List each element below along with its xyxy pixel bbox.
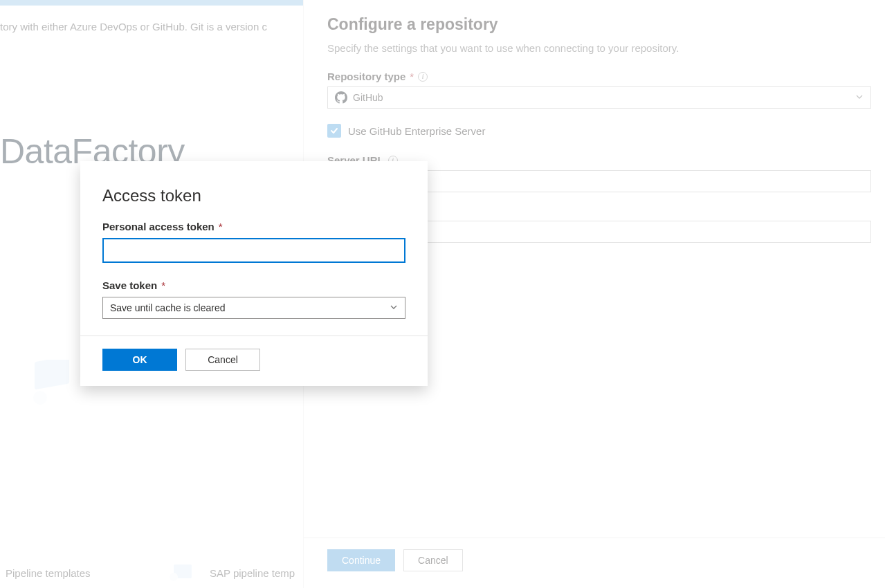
dialog-footer: OK Cancel	[80, 336, 428, 386]
save-token-value: Save until cache is cleared	[110, 302, 226, 313]
bg-card-illustration	[28, 360, 83, 408]
personal-access-token-label: Personal access token *	[102, 221, 405, 232]
repository-type-label-text: Repository type	[327, 71, 405, 82]
repository-type-select[interactable]: GitHub	[327, 86, 871, 109]
continue-button[interactable]: Continue	[327, 549, 395, 571]
bg-small-illustration	[168, 562, 196, 582]
dialog-title: Access token	[102, 186, 405, 205]
cancel-button[interactable]: Cancel	[403, 549, 463, 571]
chevron-down-icon	[390, 302, 398, 313]
ok-button[interactable]: OK	[102, 349, 177, 371]
panel-title: Configure a repository	[327, 15, 871, 34]
use-ghes-label: Use GitHub Enterprise Server	[348, 125, 485, 137]
personal-access-token-label-text: Personal access token	[102, 221, 215, 232]
repository-type-value: GitHub	[353, 92, 383, 103]
use-ghes-checkbox-row[interactable]: Use GitHub Enterprise Server	[327, 124, 871, 138]
personal-access-token-input[interactable]	[102, 238, 405, 263]
chevron-down-icon	[855, 92, 864, 103]
svg-rect-0	[35, 360, 69, 389]
pipeline-templates-label: Pipeline templates	[6, 567, 91, 579]
panel-footer: Continue Cancel	[304, 538, 885, 588]
svg-point-1	[33, 391, 47, 405]
info-icon[interactable]: i	[418, 72, 428, 82]
github-icon	[335, 91, 347, 104]
save-token-label-text: Save token	[102, 279, 157, 291]
svg-point-3	[170, 573, 178, 581]
required-star: *	[161, 279, 165, 291]
sap-pipeline-templates-label: SAP pipeline temp	[210, 567, 295, 579]
repository-type-label: Repository type * i	[327, 71, 871, 82]
save-token-label: Save token *	[102, 279, 405, 291]
access-token-dialog: Access token Personal access token * Sav…	[80, 161, 428, 386]
bg-description-text: tory with either Azure DevOps or GitHub.…	[0, 21, 267, 33]
required-star: *	[219, 221, 223, 232]
cancel-button[interactable]: Cancel	[185, 349, 260, 371]
checkbox-checked[interactable]	[327, 124, 341, 138]
panel-subtitle: Specify the settings that you want to us…	[327, 42, 871, 54]
save-token-select[interactable]: Save until cache is cleared	[102, 297, 405, 319]
required-star: *	[410, 71, 414, 82]
